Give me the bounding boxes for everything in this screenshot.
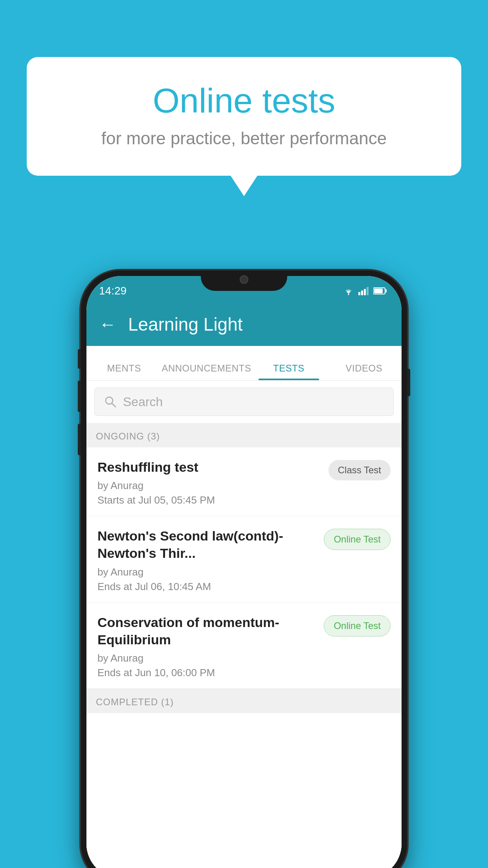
speech-bubble-container: Online tests for more practice, better p… xyxy=(27,57,461,176)
test-item-reshuffling[interactable]: Reshuffling test by Anurag Starts at Jul… xyxy=(86,447,402,516)
test-date-reshuffling: Starts at Jul 05, 05:45 PM xyxy=(97,494,321,506)
test-date-conservation: Ends at Jun 10, 06:00 PM xyxy=(97,667,316,679)
volume-down-button xyxy=(78,424,81,455)
test-item-newtons[interactable]: Newton's Second law(contd)-Newton's Thir… xyxy=(86,516,402,602)
test-info-conservation: Conservation of momentum-Equilibrium by … xyxy=(97,614,316,679)
ongoing-section-title: ONGOING (3) xyxy=(96,431,160,441)
content-area: Search ONGOING (3) Reshuffling test by A… xyxy=(86,381,402,868)
mute-button xyxy=(78,349,81,369)
search-bar[interactable]: Search xyxy=(94,388,394,416)
test-list: Reshuffling test by Anurag Starts at Jul… xyxy=(86,447,402,868)
svg-rect-6 xyxy=(385,289,387,292)
bubble-subtitle: for more practice, better performance xyxy=(58,129,430,148)
test-name-newtons: Newton's Second law(contd)-Newton's Thir… xyxy=(97,527,316,562)
svg-rect-7 xyxy=(374,289,383,293)
tab-videos[interactable]: VIDEOS xyxy=(327,363,402,380)
test-name-conservation: Conservation of momentum-Equilibrium xyxy=(97,614,316,648)
tabs-bar: MENTS ANNOUNCEMENTS TESTS VIDEOS xyxy=(86,346,402,381)
completed-section-title: COMPLETED (1) xyxy=(96,697,174,707)
test-info-reshuffling: Reshuffling test by Anurag Starts at Jul… xyxy=(97,458,321,506)
bubble-title: Online tests xyxy=(58,81,430,121)
phone-camera xyxy=(240,275,248,284)
app-bar: ← Learning Light xyxy=(86,303,402,346)
test-author-newtons: by Anurag xyxy=(97,566,316,578)
tab-announcements[interactable]: ANNOUNCEMENTS xyxy=(161,363,251,380)
test-name-reshuffling: Reshuffling test xyxy=(97,458,321,476)
wifi-icon xyxy=(343,287,354,295)
test-badge-reshuffling: Class Test xyxy=(328,460,391,480)
speech-bubble: Online tests for more practice, better p… xyxy=(27,57,461,176)
test-author-conservation: by Anurag xyxy=(97,652,316,664)
phone-frame: 14:29 xyxy=(81,270,407,868)
search-placeholder: Search xyxy=(123,395,163,409)
phone-screen: 14:29 xyxy=(86,276,402,868)
test-info-newtons: Newton's Second law(contd)-Newton's Thir… xyxy=(97,527,316,592)
search-container: Search xyxy=(86,381,402,423)
test-badge-conservation: Online Test xyxy=(324,615,391,636)
svg-rect-2 xyxy=(361,291,363,295)
svg-point-0 xyxy=(348,294,349,295)
back-button[interactable]: ← xyxy=(99,314,116,334)
test-author-reshuffling: by Anurag xyxy=(97,480,321,492)
phone-notch xyxy=(201,270,287,291)
battery-icon xyxy=(373,287,387,295)
svg-rect-3 xyxy=(364,289,366,295)
completed-section-header: COMPLETED (1) xyxy=(86,689,402,713)
svg-rect-4 xyxy=(367,287,369,295)
svg-rect-1 xyxy=(358,292,360,295)
status-icons xyxy=(343,287,387,295)
svg-line-9 xyxy=(112,403,116,407)
tab-ments[interactable]: MENTS xyxy=(86,363,161,380)
tab-tests[interactable]: TESTS xyxy=(251,363,326,380)
status-time: 14:29 xyxy=(99,285,127,297)
app-title: Learning Light xyxy=(128,314,243,335)
volume-up-button xyxy=(78,381,81,412)
ongoing-section-header: ONGOING (3) xyxy=(86,423,402,447)
test-item-conservation[interactable]: Conservation of momentum-Equilibrium by … xyxy=(86,603,402,689)
signal-icon xyxy=(358,287,369,295)
power-button xyxy=(407,369,410,396)
search-icon xyxy=(104,395,117,408)
test-date-newtons: Ends at Jul 06, 10:45 AM xyxy=(97,581,316,593)
test-badge-newtons: Online Test xyxy=(324,529,391,550)
